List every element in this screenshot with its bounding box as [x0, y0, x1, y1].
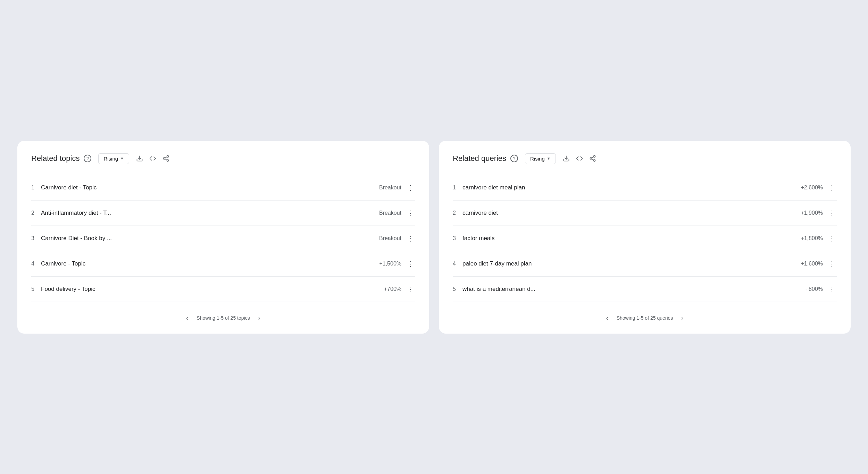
- item-label: Carnivore diet - Topic: [41, 184, 379, 191]
- right-prev-button[interactable]: ‹: [603, 313, 611, 323]
- svg-line-4: [165, 159, 167, 160]
- item-label: Anti-inflammatory diet - T...: [41, 210, 379, 216]
- related-queries-card: Related queries ? Rising ▼: [439, 141, 851, 334]
- left-share-icon[interactable]: [162, 155, 169, 162]
- item-rank: 2: [31, 210, 41, 216]
- main-container: Related topics ? Rising ▼: [17, 141, 851, 334]
- right-help-icon[interactable]: ?: [510, 155, 518, 162]
- item-more-icon[interactable]: ⋮: [406, 258, 415, 269]
- item-more-icon[interactable]: ⋮: [827, 233, 837, 244]
- item-more-icon[interactable]: ⋮: [827, 284, 837, 295]
- left-rising-button[interactable]: Rising ▼: [98, 153, 129, 164]
- left-download-icon[interactable]: [136, 155, 143, 162]
- item-rank: 5: [31, 286, 41, 292]
- right-items-list: 1 carnivore diet meal plan +2,600% ⋮ 2 c…: [453, 175, 837, 302]
- left-chevron-down-icon: ▼: [120, 156, 124, 161]
- right-share-icon[interactable]: [589, 155, 596, 162]
- item-rank: 3: [453, 235, 462, 242]
- item-value: +800%: [806, 286, 823, 292]
- left-pagination: ‹ Showing 1-5 of 25 topics ›: [31, 310, 415, 323]
- item-rank: 1: [31, 185, 41, 191]
- right-list-item: 4 paleo diet 7-day meal plan +1,600% ⋮: [453, 251, 837, 277]
- item-more-icon[interactable]: ⋮: [406, 284, 415, 295]
- right-card-title: Related queries: [453, 154, 506, 163]
- right-chevron-down-icon: ▼: [547, 156, 551, 161]
- item-value: +1,800%: [801, 235, 823, 242]
- related-topics-card: Related topics ? Rising ▼: [17, 141, 429, 334]
- svg-line-5: [165, 157, 167, 158]
- item-label: what is a mediterranean d...: [462, 286, 806, 293]
- left-embed-icon[interactable]: [149, 155, 156, 162]
- item-label: carnivore diet meal plan: [462, 184, 801, 191]
- item-label: Carnivore Diet - Book by ...: [41, 235, 379, 242]
- item-label: Carnivore - Topic: [41, 260, 379, 267]
- item-value: +1,500%: [379, 261, 401, 267]
- left-list-item: 5 Food delivery - Topic +700% ⋮: [31, 277, 415, 302]
- right-pagination: ‹ Showing 1-5 of 25 queries ›: [453, 310, 837, 323]
- right-list-item: 2 carnivore diet +1,900% ⋮: [453, 201, 837, 226]
- right-card-header: Related queries ? Rising ▼: [453, 153, 837, 164]
- left-card-header: Related topics ? Rising ▼: [31, 153, 415, 164]
- item-value: +700%: [384, 286, 401, 292]
- right-list-item: 5 what is a mediterranean d... +800% ⋮: [453, 277, 837, 302]
- item-rank: 1: [453, 185, 462, 191]
- item-rank: 2: [453, 210, 462, 216]
- item-more-icon[interactable]: ⋮: [827, 258, 837, 269]
- item-rank: 3: [31, 235, 41, 242]
- right-pagination-text: Showing 1-5 of 25 queries: [617, 315, 673, 321]
- item-rank: 4: [31, 261, 41, 267]
- item-value: Breakout: [379, 235, 401, 242]
- item-value: Breakout: [379, 185, 401, 191]
- right-rising-button[interactable]: Rising ▼: [525, 153, 556, 164]
- item-more-icon[interactable]: ⋮: [827, 207, 837, 219]
- item-more-icon[interactable]: ⋮: [406, 207, 415, 219]
- item-rank: 4: [453, 261, 462, 267]
- item-rank: 5: [453, 286, 462, 292]
- left-list-item: 1 Carnivore diet - Topic Breakout ⋮: [31, 175, 415, 201]
- left-items-list: 1 Carnivore diet - Topic Breakout ⋮ 2 An…: [31, 175, 415, 302]
- right-list-item: 3 factor meals +1,800% ⋮: [453, 226, 837, 251]
- item-value: Breakout: [379, 210, 401, 216]
- item-more-icon[interactable]: ⋮: [406, 233, 415, 244]
- right-list-item: 1 carnivore diet meal plan +2,600% ⋮: [453, 175, 837, 201]
- right-embed-icon[interactable]: [576, 155, 583, 162]
- left-prev-button[interactable]: ‹: [183, 313, 191, 323]
- svg-line-10: [592, 159, 594, 160]
- right-toolbar-icons: [563, 155, 596, 162]
- item-label: Food delivery - Topic: [41, 286, 384, 293]
- left-help-icon[interactable]: ?: [84, 155, 91, 162]
- right-next-button[interactable]: ›: [678, 313, 686, 323]
- left-pagination-text: Showing 1-5 of 25 topics: [197, 315, 250, 321]
- item-more-icon[interactable]: ⋮: [827, 182, 837, 193]
- left-list-item: 2 Anti-inflammatory diet - T... Breakout…: [31, 201, 415, 226]
- item-label: paleo diet 7-day meal plan: [462, 260, 801, 267]
- item-label: factor meals: [462, 235, 801, 242]
- item-value: +1,900%: [801, 210, 823, 216]
- svg-line-11: [592, 157, 594, 158]
- right-download-icon[interactable]: [563, 155, 570, 162]
- left-toolbar-icons: [136, 155, 169, 162]
- left-list-item: 3 Carnivore Diet - Book by ... Breakout …: [31, 226, 415, 251]
- item-label: carnivore diet: [462, 210, 801, 216]
- left-list-item: 4 Carnivore - Topic +1,500% ⋮: [31, 251, 415, 277]
- left-card-title: Related topics: [31, 154, 80, 163]
- item-more-icon[interactable]: ⋮: [406, 182, 415, 193]
- item-value: +2,600%: [801, 185, 823, 191]
- left-next-button[interactable]: ›: [256, 313, 263, 323]
- item-value: +1,600%: [801, 261, 823, 267]
